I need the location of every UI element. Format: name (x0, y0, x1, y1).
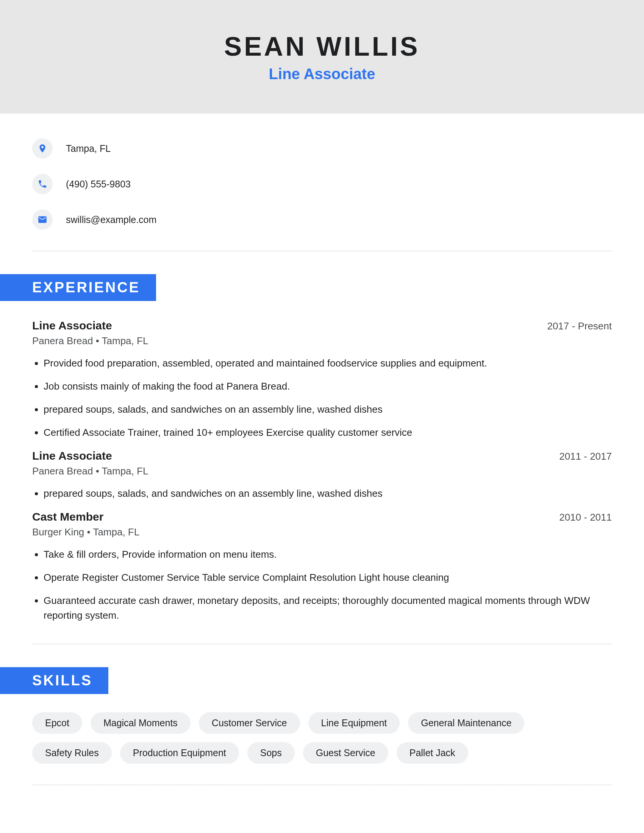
skill-pill: Epcot (32, 712, 82, 734)
job-header: Line Associate2017 - Present (32, 319, 612, 332)
job-company-location: Panera Bread • Tampa, FL (32, 335, 612, 347)
contact-phone: (490) 555-9803 (32, 174, 612, 194)
phone-icon (32, 174, 53, 194)
skill-pill: Magical Moments (90, 712, 190, 734)
email-icon (32, 209, 53, 230)
job-bullets: Take & fill orders, Provide information … (32, 547, 612, 623)
experience-heading: EXPERIENCE (0, 274, 156, 301)
job-bullets: prepared soups, salads, and sandwiches o… (32, 486, 612, 501)
contact-phone-text: (490) 555-9803 (66, 179, 131, 190)
skill-pill: Customer Service (199, 712, 300, 734)
skill-pill: Sops (247, 742, 295, 764)
job-bullet: Operate Register Customer Service Table … (43, 570, 612, 585)
candidate-name: SEAN WILLIS (224, 31, 420, 62)
job-company-location: Panera Bread • Tampa, FL (32, 465, 612, 477)
skill-pill: Production Equipment (120, 742, 239, 764)
skill-pill: Line Equipment (308, 712, 400, 734)
job-dates: 2017 - Present (547, 320, 612, 332)
location-pin-icon (32, 138, 53, 159)
job-entry: Line Associate2017 - PresentPanera Bread… (32, 319, 612, 440)
job-company-location: Burger King • Tampa, FL (32, 526, 612, 538)
experience-list: Line Associate2017 - PresentPanera Bread… (32, 319, 612, 623)
job-bullets: Provided food preparation, assembled, op… (32, 356, 612, 440)
header-band: SEAN WILLIS Line Associate (0, 0, 644, 114)
job-bullet: Job consists mainly of making the food a… (43, 379, 612, 394)
job-bullet: prepared soups, salads, and sandwiches o… (43, 402, 612, 417)
job-bullet: Certified Associate Trainer, trained 10+… (43, 425, 612, 440)
contact-email-text: swillis@example.com (66, 214, 156, 225)
divider (32, 644, 612, 645)
divider (32, 785, 612, 785)
job-header: Line Associate2011 - 2017 (32, 449, 612, 462)
job-entry: Line Associate2011 - 2017Panera Bread • … (32, 449, 612, 501)
job-dates: 2010 - 2011 (559, 511, 612, 523)
contact-list: Tampa, FL (490) 555-9803 swillis@example… (32, 138, 612, 230)
job-title: Line Associate (32, 449, 112, 462)
job-bullet: Provided food preparation, assembled, op… (43, 356, 612, 371)
job-title: Line Associate (32, 319, 112, 332)
divider (32, 251, 612, 251)
contact-location-text: Tampa, FL (66, 143, 111, 154)
job-bullet: prepared soups, salads, and sandwiches o… (43, 486, 612, 501)
skill-pill: Safety Rules (32, 742, 112, 764)
job-title: Cast Member (32, 510, 103, 523)
skill-pill: Pallet Jack (397, 742, 468, 764)
job-entry: Cast Member2010 - 2011Burger King • Tamp… (32, 510, 612, 623)
skills-list: EpcotMagical MomentsCustomer ServiceLine… (32, 712, 612, 764)
experience-heading-wrap: EXPERIENCE (0, 274, 612, 301)
candidate-title: Line Associate (269, 66, 375, 82)
skill-pill: General Maintenance (408, 712, 524, 734)
contact-location: Tampa, FL (32, 138, 612, 159)
job-dates: 2011 - 2017 (559, 450, 612, 462)
contact-email: swillis@example.com (32, 209, 612, 230)
resume-page: SEAN WILLIS Line Associate Tampa, FL (49… (0, 0, 644, 831)
skill-pill: Guest Service (303, 742, 388, 764)
skills-heading: SKILLS (0, 667, 108, 694)
job-bullet: Take & fill orders, Provide information … (43, 547, 612, 562)
job-bullet: Guaranteed accurate cash drawer, monetar… (43, 593, 612, 623)
content-area: Tampa, FL (490) 555-9803 swillis@example… (0, 114, 644, 831)
skills-heading-wrap: SKILLS (0, 667, 612, 694)
job-header: Cast Member2010 - 2011 (32, 510, 612, 523)
